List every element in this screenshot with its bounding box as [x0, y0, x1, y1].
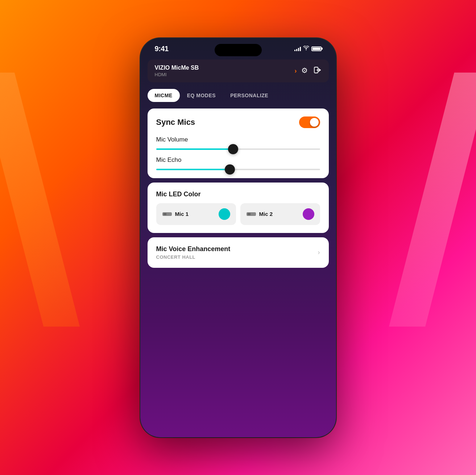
settings-icon[interactable]: ⚙ — [301, 66, 308, 76]
mic-volume-section: Mic Volume — [156, 136, 320, 150]
logout-icon[interactable] — [314, 66, 322, 76]
device-connection: HDMI — [155, 72, 292, 77]
mic-echo-thumb[interactable] — [225, 164, 235, 175]
phone-screen: 9:41 — [140, 38, 336, 437]
mic2-label-group: Mic 2 — [246, 211, 273, 217]
mic-volume-track[interactable] — [156, 148, 320, 150]
status-time: 9:41 — [155, 45, 169, 53]
device-info: VIZIO MicMe SB HDMI › — [155, 65, 297, 77]
mic1-label: Mic 1 — [175, 211, 189, 217]
voice-enhancement-card[interactable]: Mic Voice Enhancement CONCERT HALL › — [148, 237, 329, 268]
mic2-button[interactable]: Mic 2 — [240, 203, 320, 225]
tab-personalize[interactable]: PERSONALIZE — [223, 89, 276, 102]
status-icons — [294, 46, 322, 52]
mic1-label-group: Mic 1 — [162, 211, 189, 217]
mic-buttons: Mic 1 Mic 2 — [156, 203, 320, 225]
led-title: Mic LED Color — [156, 191, 320, 198]
sync-mics-header: Sync Mics — [156, 116, 320, 128]
device-name-group: VIZIO MicMe SB HDMI — [155, 65, 292, 77]
tab-eq-modes[interactable]: EQ MODES — [180, 89, 223, 102]
mic-echo-section: Mic Echo — [156, 156, 320, 170]
signal-bar-3 — [298, 48, 299, 51]
signal-icon — [294, 46, 301, 51]
battery-fill — [312, 48, 320, 50]
mic2-label: Mic 2 — [259, 211, 273, 217]
svg-rect-5 — [248, 213, 251, 215]
voice-enhancement-title: Mic Voice Enhancement — [156, 245, 231, 253]
signal-bar-4 — [300, 47, 301, 51]
toggle-knob — [310, 118, 319, 127]
signal-bar-1 — [294, 50, 295, 51]
sync-mics-title: Sync Mics — [156, 118, 195, 127]
mic2-icon — [246, 211, 256, 217]
device-name: VIZIO MicMe SB — [155, 65, 292, 71]
voice-enhancement-chevron-icon: › — [318, 249, 320, 256]
mic1-icon — [162, 211, 172, 217]
voice-enhancement-info: Mic Voice Enhancement CONCERT HALL — [156, 245, 231, 260]
phone-frame: 9:41 — [140, 38, 336, 437]
mic1-button[interactable]: Mic 1 — [156, 203, 236, 225]
signal-bar-2 — [296, 49, 297, 51]
device-chevron-icon: › — [295, 67, 297, 75]
mic-volume-fill — [156, 148, 233, 150]
content-area: Sync Mics Mic Volume Mic Echo — [140, 106, 336, 271]
mic-echo-track[interactable] — [156, 169, 320, 170]
led-color-card: Mic LED Color Mic 1 — [148, 183, 329, 233]
mic-volume-thumb[interactable] — [228, 144, 238, 154]
tab-micme[interactable]: MICME — [148, 89, 180, 102]
device-header[interactable]: VIZIO MicMe SB HDMI › ⚙ — [148, 60, 329, 82]
mic-echo-label: Mic Echo — [156, 156, 320, 164]
dynamic-island — [215, 44, 262, 56]
tabs: MICME EQ MODES PERSONALIZE — [140, 85, 336, 106]
wifi-icon — [303, 46, 309, 52]
mic-volume-label: Mic Volume — [156, 136, 320, 143]
sync-mics-toggle[interactable] — [299, 116, 320, 128]
mic1-color-dot[interactable] — [219, 208, 230, 220]
voice-enhancement-subtitle: CONCERT HALL — [156, 254, 231, 260]
svg-rect-3 — [164, 213, 166, 215]
device-actions: ⚙ — [301, 66, 322, 76]
mic2-color-dot[interactable] — [303, 208, 314, 220]
sync-mics-card: Sync Mics Mic Volume Mic Echo — [148, 108, 329, 178]
battery-icon — [311, 46, 322, 51]
mic-echo-fill — [156, 169, 230, 170]
